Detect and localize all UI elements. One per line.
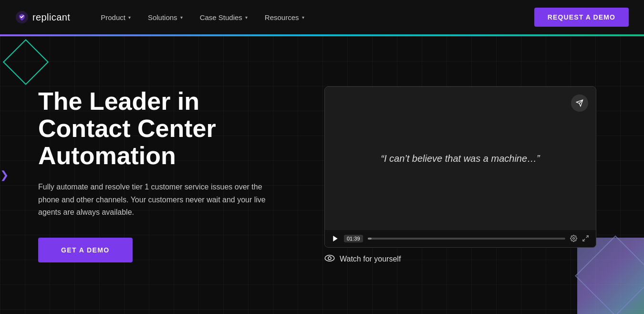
nav-item-case-studies[interactable]: Case Studies ▾ — [192, 10, 255, 25]
svg-line-5 — [586, 236, 588, 238]
video-controls-bar: 01:39 — [325, 230, 596, 247]
fullscreen-button[interactable] — [582, 235, 589, 242]
share-icon — [576, 99, 583, 107]
video-timestamp: 01:39 — [344, 235, 363, 242]
hero-title: The Leader in Contact Center Automation — [38, 88, 286, 170]
watch-label-text: Watch for yourself — [340, 255, 401, 263]
navbar: replicant Product ▾ Solutions ▾ Case Stu… — [0, 0, 644, 34]
hero-section: ❯ The Leader in Contact Center Automatio… — [0, 36, 644, 314]
video-screen: “I can’t believe that was a machine…” — [325, 87, 596, 230]
request-demo-button[interactable]: REQUEST A DEMO — [534, 8, 629, 27]
svg-point-7 — [325, 255, 334, 261]
svg-marker-3 — [333, 236, 337, 241]
play-icon — [332, 235, 339, 242]
play-button[interactable] — [332, 235, 339, 242]
video-progress-track[interactable] — [368, 238, 565, 240]
nav-resources-chevron-icon: ▾ — [302, 15, 304, 20]
settings-icon — [570, 235, 577, 242]
nav-product-chevron-icon: ▾ — [128, 15, 131, 20]
eye-icon — [324, 254, 335, 264]
video-share-button[interactable] — [571, 94, 588, 112]
replicant-logo-icon — [15, 10, 29, 24]
nav-product-label: Product — [101, 13, 125, 21]
watch-label-area[interactable]: Watch for yourself — [324, 254, 596, 264]
get-demo-button[interactable]: GET A DEMO — [38, 238, 133, 262]
video-control-icons — [570, 235, 589, 242]
nav-case-studies-label: Case Studies — [200, 13, 242, 21]
nav-case-studies-chevron-icon: ▾ — [245, 15, 248, 20]
hero-left-content: The Leader in Contact Center Automation … — [38, 88, 286, 263]
nav-resources-label: Resources — [265, 13, 299, 21]
fullscreen-icon — [582, 235, 589, 242]
video-quote-text: “I can’t believe that was a machine…” — [381, 151, 540, 166]
video-progress-fill — [368, 238, 372, 240]
svg-point-4 — [573, 238, 575, 240]
hero-content: The Leader in Contact Center Automation … — [0, 36, 644, 314]
nav-item-product[interactable]: Product ▾ — [93, 10, 138, 25]
hero-subtitle: Fully automate and resolve tier 1 custom… — [38, 181, 267, 219]
nav-solutions-label: Solutions — [148, 13, 177, 21]
video-player: “I can’t believe that was a machine…” 01… — [324, 86, 596, 248]
nav-item-resources[interactable]: Resources ▾ — [257, 10, 312, 25]
brand-name-text: replicant — [32, 12, 70, 23]
nav-solutions-chevron-icon: ▾ — [180, 15, 183, 20]
svg-line-6 — [583, 239, 585, 241]
navbar-cta-area: REQUEST A DEMO — [534, 8, 629, 27]
watch-eye-icon — [324, 254, 335, 262]
settings-button[interactable] — [570, 235, 577, 242]
brand-logo-area[interactable]: replicant — [15, 10, 70, 24]
hero-right-content: “I can’t believe that was a machine…” 01… — [324, 86, 596, 264]
svg-point-8 — [328, 256, 331, 259]
nav-item-solutions[interactable]: Solutions ▾ — [140, 10, 190, 25]
nav-links: Product ▾ Solutions ▾ Case Studies ▾ Res… — [93, 10, 534, 25]
